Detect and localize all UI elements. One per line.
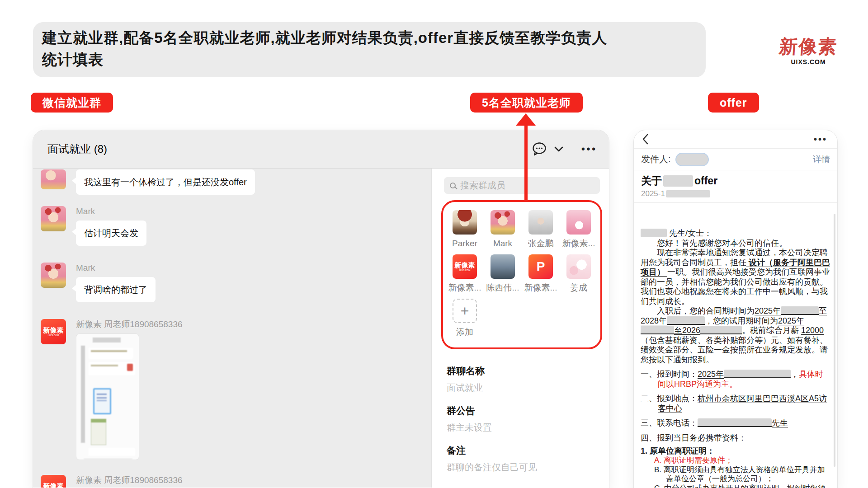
redacted-block — [724, 370, 791, 378]
offer-text-segment: （包含基础薪资、各类补贴部分等）元、如有餐补、绩效奖金部分、五险一金按照所在业务… — [641, 336, 828, 364]
offer-text-segment: 二、报到地点： — [641, 394, 698, 403]
subject-prefix: 关于 — [641, 174, 662, 188]
offer-paragraph: 您好！首先感谢您对本公司的信任。 — [641, 239, 830, 249]
chat-message-list: 我这里有一个体检过了，但是还没发offerMark估计明天会发Mark背调啥的都… — [33, 169, 432, 488]
avatar-cake[interactable] — [566, 210, 591, 235]
member-name: Parker — [448, 239, 481, 248]
avatar-chen[interactable] — [491, 254, 515, 279]
offer-paragraph: 四、报到当日务必携带资料： — [641, 433, 830, 443]
offer-date: 2025-1 — [641, 189, 830, 198]
offer-text-segment: 至2026 — [674, 326, 700, 335]
avatar-cropped[interactable] — [41, 169, 66, 189]
offer-text-segment: B. 离职证明须由具有独立法人资格的单位开具并加盖单位公章（一般为总公司）； — [654, 465, 825, 483]
member-name: 新像素... — [524, 283, 557, 292]
avatar-xxs[interactable]: 新像素UIXS.COM — [41, 475, 66, 488]
member-item[interactable]: 新像素... — [566, 210, 591, 248]
member-name: 张金鹏 — [524, 239, 557, 248]
attachment-image[interactable] — [76, 333, 139, 460]
member-item[interactable]: P新像素... — [528, 254, 553, 292]
avatar-mark[interactable] — [41, 263, 66, 288]
back-chevron-icon[interactable] — [642, 134, 649, 145]
member-item[interactable]: 陈西伟... — [491, 254, 515, 292]
member-item[interactable]: Parker — [453, 210, 477, 248]
avatar-jiang[interactable] — [566, 254, 591, 279]
wechat-group-window: 面试就业 (8) ••• 我这里有一个体检过了，但是还没发offerMark估计… — [33, 130, 609, 488]
avatar-pixso[interactable]: P — [528, 254, 553, 279]
redacted-block — [641, 326, 674, 334]
avatar-mark[interactable] — [491, 210, 515, 235]
avatar-baby[interactable] — [528, 210, 553, 235]
member-item[interactable]: 姜成 — [566, 254, 591, 292]
subject-suffix: offer — [694, 174, 717, 188]
offer-text-segment: 三、联系电话： — [641, 418, 698, 427]
offer-text-segment: 一职。我们很高兴地接受您为我们互联网事业部的一员，并相信您能为我们公司做出应有的… — [641, 267, 830, 306]
member-item[interactable]: Mark — [491, 210, 515, 248]
member-name: Mark — [486, 239, 519, 248]
chat-body: 我这里有一个体检过了，但是还没发offerMark估计明天会发Mark背调啥的都… — [33, 169, 609, 488]
add-member-label: 添加 — [448, 327, 481, 337]
offer-text-segment: A. 离职证明需要原件； — [654, 456, 733, 465]
offer-topbar: ••• — [634, 130, 837, 149]
badge-offer: offer — [708, 93, 759, 113]
member-name: 新像素... — [562, 239, 595, 248]
offer-subject: 关于 offer — [641, 174, 830, 188]
avatar-mark[interactable] — [41, 206, 66, 231]
search-members-input[interactable]: 搜索群成员 — [444, 177, 600, 194]
offer-more-icon[interactable]: ••• — [814, 134, 827, 145]
avatar-logo-text: 新像素 — [43, 327, 64, 334]
offer-text-segment: 一、报到时间： — [641, 370, 698, 379]
more-ellipsis-icon[interactable]: ••• — [581, 143, 597, 155]
page: 建立就业群,配备5名全职就业老师,就业老师对结果负责,offer直接反馈至教学负… — [0, 0, 868, 488]
member-item[interactable]: 新像素UIXS.COM新像素... — [453, 254, 477, 292]
offer-text-segment: 。税前综合月薪 — [742, 326, 801, 335]
search-placeholder: 搜索群成员 — [460, 179, 505, 192]
group-section-value[interactable]: 群聊的备注仅自己可见 — [447, 462, 537, 473]
message-sender-name: Mark — [76, 263, 156, 273]
member-name: 陈西伟... — [486, 283, 519, 292]
avatar-xxs[interactable]: 新像素UIXS.COM — [41, 319, 66, 344]
search-icon — [450, 183, 456, 188]
offer-text-segment: ，您的试用期时间为 — [705, 316, 778, 325]
avatar-logo-domain: UIXS.COM — [459, 269, 471, 272]
group-section-value[interactable]: 群主未设置 — [447, 422, 537, 433]
offer-paragraph: 现在非常荣幸地通知您复试通过，本公司决定聘用您为我司合同制员工，担任 设计（服务… — [641, 248, 830, 306]
offer-paragraph: 二、报到地点：杭州市余杭区阿里巴巴西溪A区A5访客中心 — [641, 394, 830, 413]
annotation-arrow-head — [516, 113, 536, 126]
details-link[interactable]: 详情 — [813, 154, 830, 165]
redacted-block — [781, 306, 819, 315]
offer-letter-body: 先生/女士： 您好！首先感谢您对本公司的信任。 现在非常荣幸地通知您复试通过，本… — [634, 203, 837, 488]
badge-five-teachers: 5名全职就业老师 — [470, 93, 583, 113]
headline-banner: 建立就业群,配备5名全职就业老师,就业老师对结果负责,offer直接反馈至教学负… — [33, 22, 706, 77]
redacted-block — [641, 229, 667, 237]
offer-subject-block: 关于 offer 2025-1 — [634, 170, 837, 203]
chevron-down-icon[interactable] — [554, 146, 563, 152]
sender-label: 发件人: — [641, 153, 671, 165]
offer-paragraph: A. 离职证明需要原件； — [641, 456, 830, 465]
chat-message: 我这里有一个体检过了，但是还没发offer — [33, 169, 431, 195]
group-section-title: 备注 — [447, 445, 537, 456]
chat-header: 面试就业 (8) ••• — [33, 130, 609, 169]
offer-paragraph: 三、联系电话：先生 — [641, 418, 830, 428]
group-section-title: 群公告 — [447, 405, 537, 417]
add-member-tile[interactable]: +添加 — [453, 299, 477, 337]
group-section-value[interactable]: 面试就业 — [447, 382, 537, 394]
brand-logo-text: 新像素 — [773, 36, 843, 57]
avatar-logo-text: 新像素 — [43, 483, 64, 488]
chat-bubble-icon[interactable] — [532, 142, 548, 156]
chat-title: 面试就业 (8) — [47, 142, 532, 156]
chat-message: 新像素UIXS.COM新像素 周老师18908658336 — [33, 475, 431, 488]
message-sender-name: Mark — [76, 206, 146, 217]
avatar-logo-domain: UIXS.COM — [48, 334, 59, 337]
offer-text-segment: 先生 — [772, 418, 788, 427]
offer-text-segment: 四、报到当日务必携带资料： — [641, 433, 746, 442]
redacted-block — [667, 316, 705, 325]
avatar-xxs[interactable]: 新像素UIXS.COM — [453, 254, 477, 279]
avatar-parker[interactable] — [453, 210, 477, 235]
offer-text-segment: 2025年 — [698, 370, 724, 379]
offer-text-segment: 2025年 — [755, 306, 781, 315]
message-sender-name: 新像素 周老师18908658336 — [76, 319, 183, 330]
offer-text-segment: 2025年 — [778, 316, 804, 325]
redacted-block — [700, 326, 742, 334]
scrollbar[interactable] — [834, 214, 835, 467]
member-item[interactable]: 张金鹏 — [528, 210, 553, 248]
